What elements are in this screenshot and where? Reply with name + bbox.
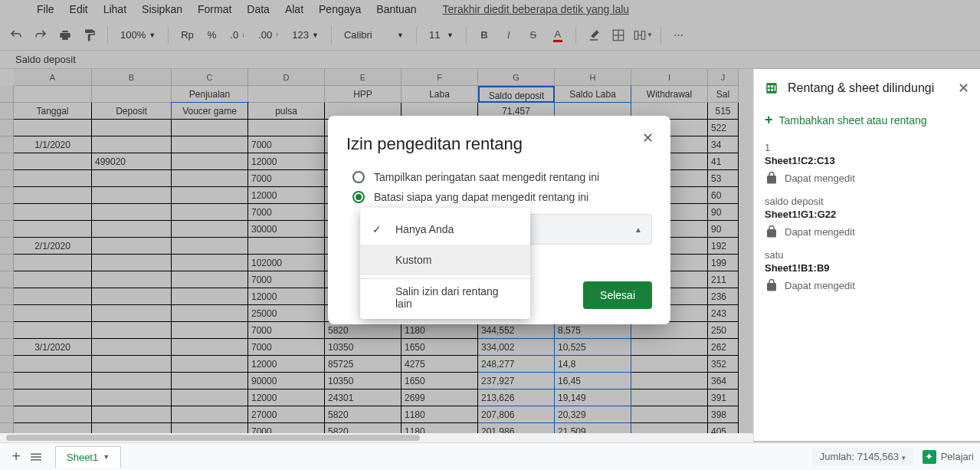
- cell[interactable]: 27000: [248, 406, 325, 423]
- cell[interactable]: 364: [708, 373, 739, 389]
- menu-edit[interactable]: Edit: [64, 2, 94, 17]
- menu-insert[interactable]: Sisipkan: [136, 2, 188, 17]
- cell[interactable]: [92, 204, 172, 221]
- cell[interactable]: [14, 305, 92, 322]
- cell[interactable]: Saldo deposit: [478, 86, 555, 103]
- cell[interactable]: [92, 136, 172, 153]
- cell[interactable]: [172, 389, 248, 406]
- cell[interactable]: [92, 120, 172, 136]
- protected-range-item[interactable]: satuSheet1!B1:B9Dapat mengedit: [754, 242, 980, 295]
- cell[interactable]: [92, 255, 172, 271]
- cell[interactable]: 4275: [402, 356, 478, 373]
- cell[interactable]: 344,552: [478, 322, 555, 339]
- cell[interactable]: 41: [708, 153, 739, 170]
- formula-bar[interactable]: Saldo deposit: [0, 51, 980, 69]
- cell[interactable]: 30000: [248, 221, 325, 238]
- sum-display[interactable]: Jumlah: 7145,563 ▾: [812, 448, 913, 465]
- borders-icon[interactable]: [608, 25, 628, 45]
- cell[interactable]: [172, 271, 248, 288]
- cell[interactable]: 2699: [402, 389, 478, 406]
- cell[interactable]: [172, 305, 248, 322]
- cell[interactable]: 90: [708, 204, 739, 221]
- cell[interactable]: [14, 221, 92, 238]
- cell[interactable]: [172, 356, 248, 373]
- cell[interactable]: 3/1/2020: [14, 339, 92, 356]
- cell[interactable]: [631, 356, 708, 373]
- cell[interactable]: [92, 322, 172, 339]
- col-header[interactable]: H: [555, 69, 631, 86]
- cell[interactable]: [248, 86, 325, 103]
- cell[interactable]: [172, 238, 248, 255]
- cell[interactable]: 213,626: [478, 389, 555, 406]
- menu-view[interactable]: Lihat: [97, 2, 133, 17]
- cell[interactable]: [14, 204, 92, 221]
- cell[interactable]: [14, 170, 92, 187]
- menu-format[interactable]: Format: [192, 2, 238, 17]
- col-header[interactable]: F: [402, 69, 478, 86]
- cell[interactable]: [92, 238, 172, 255]
- cell[interactable]: 34: [708, 136, 739, 153]
- cell[interactable]: pulsa: [248, 103, 325, 120]
- strike-icon[interactable]: S: [523, 25, 543, 45]
- number-format-btn[interactable]: 123▼: [287, 29, 323, 41]
- cell[interactable]: [14, 187, 92, 204]
- fill-color-icon[interactable]: [584, 25, 604, 45]
- cell[interactable]: 8,575: [555, 322, 631, 339]
- cell[interactable]: Penjualan: [172, 86, 248, 103]
- cell[interactable]: 10350: [325, 339, 402, 356]
- cell[interactable]: Sal: [708, 86, 739, 103]
- font-select[interactable]: Calibri▼: [339, 29, 408, 41]
- cell[interactable]: 53: [708, 170, 739, 187]
- cell[interactable]: [14, 356, 92, 373]
- cell[interactable]: 12000: [248, 153, 325, 170]
- cell[interactable]: 7000: [248, 271, 325, 288]
- cell[interactable]: 20,329: [555, 406, 631, 423]
- cell[interactable]: 5820: [325, 322, 402, 339]
- cell[interactable]: 7000: [248, 339, 325, 356]
- cell[interactable]: [172, 153, 248, 170]
- done-button[interactable]: Selesai: [583, 281, 652, 309]
- radio-warn[interactable]: Tampilkan peringatan saat mengedit renta…: [352, 171, 652, 183]
- horizontal-scrollbar[interactable]: [0, 433, 753, 442]
- cell[interactable]: 90: [708, 221, 739, 238]
- col-header[interactable]: E: [325, 69, 402, 86]
- cell[interactable]: 60: [708, 187, 739, 204]
- cell[interactable]: Voucer game: [172, 103, 248, 120]
- cell[interactable]: [172, 187, 248, 204]
- close-panel-icon[interactable]: ✕: [958, 80, 969, 97]
- cell[interactable]: [248, 120, 325, 136]
- cell[interactable]: [14, 373, 92, 389]
- cell[interactable]: [14, 389, 92, 406]
- cell[interactable]: 199: [708, 255, 739, 271]
- cell[interactable]: [172, 373, 248, 389]
- currency-btn[interactable]: Rp: [176, 29, 198, 41]
- cell[interactable]: 12000: [248, 389, 325, 406]
- close-dialog-icon[interactable]: ✕: [638, 130, 657, 148]
- cell[interactable]: [92, 373, 172, 389]
- menu-addons[interactable]: Pengaya: [313, 2, 367, 17]
- cell[interactable]: 10,525: [555, 339, 631, 356]
- cell[interactable]: [14, 406, 92, 423]
- cell[interactable]: 19,149: [555, 389, 631, 406]
- cell[interactable]: [172, 406, 248, 423]
- cell[interactable]: [14, 288, 92, 305]
- opt-custom[interactable]: Kustom: [360, 245, 530, 275]
- cell[interactable]: [172, 255, 248, 271]
- opt-copy[interactable]: Salin izin dari rentang lain: [360, 282, 530, 313]
- cell[interactable]: [92, 339, 172, 356]
- cell[interactable]: 262: [708, 339, 739, 356]
- cell[interactable]: 236: [708, 288, 739, 305]
- protected-range-item[interactable]: saldo depositSheet1!G1:G22Dapat mengedit: [754, 188, 980, 242]
- cell[interactable]: Deposit: [92, 103, 172, 120]
- merge-cells-icon[interactable]: ▼: [633, 25, 653, 45]
- zoom-select[interactable]: 100% ▼: [116, 29, 160, 41]
- col-header[interactable]: C: [172, 69, 248, 86]
- cell[interactable]: 1650: [402, 339, 478, 356]
- cell[interactable]: 14,8: [555, 356, 631, 373]
- cell[interactable]: [172, 136, 248, 153]
- cell[interactable]: 7000: [248, 204, 325, 221]
- cell[interactable]: [92, 305, 172, 322]
- cell[interactable]: 12000: [248, 187, 325, 204]
- add-sheet-icon[interactable]: +: [6, 447, 26, 467]
- italic-icon[interactable]: I: [499, 25, 519, 45]
